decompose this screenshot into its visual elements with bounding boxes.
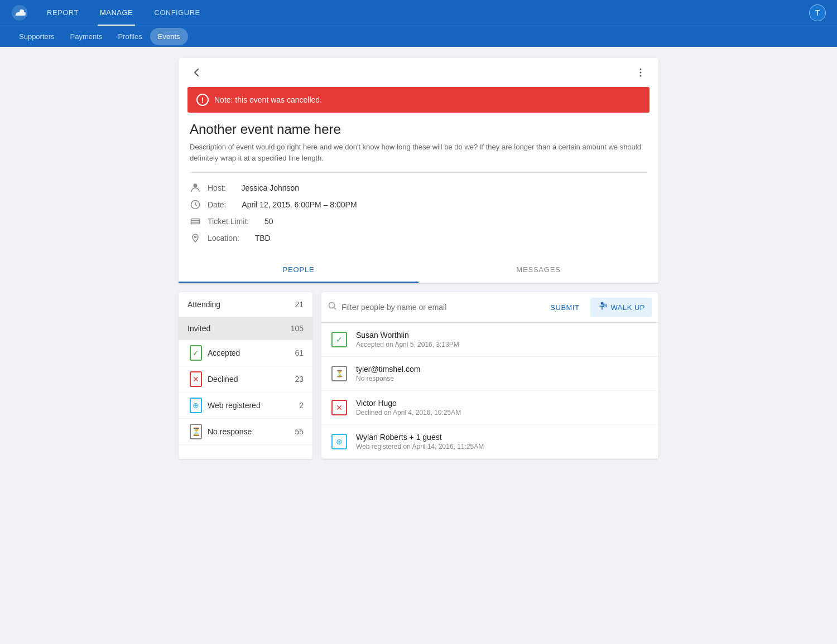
location-icon (190, 233, 201, 243)
app-logo (11, 4, 28, 21)
tab-messages[interactable]: MESSAGES (419, 258, 658, 283)
person-info-1: tyler@timshel.com No response (356, 365, 650, 382)
card-header (179, 58, 658, 87)
search-icon (328, 302, 337, 313)
clock-icon (190, 200, 201, 210)
invited-count: 105 (291, 324, 304, 333)
location-label: Location: (208, 234, 239, 243)
search-bar: SUBMIT WALK UP (321, 292, 658, 323)
sidebar-item-declined[interactable]: ✕ Declined 23 (179, 366, 312, 393)
walkup-label: WALK UP (610, 303, 645, 312)
tabs: PEOPLE MESSAGES (179, 258, 658, 283)
noresponse-count: 55 (295, 427, 304, 436)
event-title: Another event name here (179, 122, 658, 142)
alert-icon: ! (196, 94, 209, 106)
person-row-1[interactable]: ⏳ tyler@timshel.com No response (321, 357, 658, 391)
nav-items: REPORT MANAGE CONFIGURE (45, 1, 809, 26)
date-value: April 12, 2015, 6:00PM – 8:00PM (242, 200, 357, 209)
declined-icon: ✕ (190, 373, 202, 385)
ticket-row: Ticket Limit: 50 (190, 213, 647, 230)
svg-rect-6 (191, 219, 200, 224)
accepted-icon: ✓ (190, 347, 202, 359)
sidebar-item-accepted[interactable]: ✓ Accepted 61 (179, 340, 312, 366)
search-input[interactable] (341, 303, 541, 312)
subnav-supporters[interactable]: Supporters (11, 28, 62, 45)
svg-point-2 (640, 72, 642, 74)
webregistered-count: 2 (299, 401, 304, 410)
svg-point-4 (194, 184, 198, 188)
alert-text: Note: this event was cancelled. (214, 95, 322, 104)
accepted-label: Accepted (208, 348, 240, 357)
noresponse-label: No response (208, 427, 252, 436)
svg-line-11 (334, 308, 336, 310)
nav-configure[interactable]: CONFIGURE (152, 1, 203, 26)
submit-button[interactable]: SUBMIT (546, 301, 584, 314)
sub-navigation: Supporters Payments Profiles Events (0, 26, 837, 47)
main-content: ! Note: this event was cancelled. Anothe… (167, 47, 670, 470)
tab-people[interactable]: PEOPLE (179, 258, 419, 283)
event-card: ! Note: this event was cancelled. Anothe… (179, 58, 658, 283)
subnav-profiles[interactable]: Profiles (110, 28, 150, 45)
noresponse-icon: ⏳ (190, 425, 202, 438)
svg-point-1 (640, 69, 642, 70)
sidebar-item-noresponse[interactable]: ⏳ No response 55 (179, 419, 312, 445)
person-row-2[interactable]: ✕ Victor Hugo Declined on April 4, 2016,… (321, 391, 658, 425)
back-button[interactable] (187, 64, 205, 81)
walkup-button[interactable]: WALK UP (590, 298, 652, 317)
attending-label: Attending (187, 300, 220, 309)
ticket-icon (190, 216, 201, 226)
subnav-events[interactable]: Events (150, 28, 188, 45)
person-row-0[interactable]: ✓ Susan Worthlin Accepted on April 5, 20… (321, 323, 658, 357)
person-info-2: Victor Hugo Declined on April 4, 2016, 1… (356, 399, 650, 417)
accepted-count: 61 (295, 348, 304, 357)
svg-point-12 (601, 302, 604, 305)
svg-point-9 (195, 236, 196, 238)
nav-report[interactable]: REPORT (45, 1, 81, 26)
webregistered-label: Web registered (208, 401, 261, 410)
host-value: Jessica Johnson (242, 183, 300, 192)
user-avatar[interactable]: T (809, 4, 826, 21)
event-meta: Host: Jessica Johnson Date: April 12, 20… (179, 173, 658, 253)
walkup-icon (597, 301, 607, 313)
person-status-icon-0: ✓ (330, 331, 348, 348)
location-row: Location: TBD (190, 230, 647, 246)
person-row-3[interactable]: ⊕ Wylan Roberts + 1 guest Web registered… (321, 425, 658, 459)
sidebar-item-webregistered[interactable]: ⊕ Web registered 2 (179, 393, 312, 419)
person-status-2: Declined on April 4, 2016, 10:25AM (356, 409, 650, 417)
attending-count: 21 (295, 300, 304, 309)
person-name-3: Wylan Roberts + 1 guest (356, 433, 650, 442)
left-sidebar: Attending 21 Invited 105 ✓ Accepted 61 (179, 292, 312, 459)
sidebar-item-invited[interactable]: Invited 105 (179, 317, 312, 340)
location-value: TBD (255, 234, 271, 243)
person-status-icon-3: ⊕ (330, 433, 348, 451)
subnav-payments[interactable]: Payments (62, 28, 110, 45)
person-status-0: Accepted on April 5, 2016, 3:13PM (356, 341, 650, 348)
date-row: Date: April 12, 2015, 6:00PM – 8:00PM (190, 196, 647, 213)
event-description: Description of event would go right here… (179, 142, 658, 172)
svg-point-10 (329, 303, 335, 308)
person-name-0: Susan Worthlin (356, 331, 650, 340)
person-info-0: Susan Worthlin Accepted on April 5, 2016… (356, 331, 650, 348)
person-status-3: Web registered on April 14, 2016, 11:25A… (356, 443, 650, 451)
person-status-1: No response (356, 375, 650, 382)
more-options-button[interactable] (632, 64, 650, 81)
host-row: Host: Jessica Johnson (190, 180, 647, 196)
alert-banner: ! Note: this event was cancelled. (187, 87, 650, 113)
nav-manage[interactable]: MANAGE (98, 1, 135, 26)
declined-label: Declined (208, 375, 238, 384)
svg-point-3 (640, 75, 642, 77)
webregistered-icon: ⊕ (190, 399, 202, 411)
invited-label: Invited (187, 324, 210, 333)
person-icon (190, 183, 201, 193)
date-label: Date: (208, 200, 226, 209)
top-navigation: REPORT MANAGE CONFIGURE T (0, 0, 837, 26)
person-status-icon-2: ✕ (330, 399, 348, 417)
bottom-section: Attending 21 Invited 105 ✓ Accepted 61 (179, 292, 658, 459)
person-status-icon-1: ⏳ (330, 365, 348, 382)
person-name-2: Victor Hugo (356, 399, 650, 408)
svg-point-13 (603, 304, 607, 307)
ticket-value: 50 (264, 217, 273, 226)
person-info-3: Wylan Roberts + 1 guest Web registered o… (356, 433, 650, 451)
host-label: Host: (208, 183, 226, 192)
ticket-label: Ticket Limit: (208, 217, 249, 226)
